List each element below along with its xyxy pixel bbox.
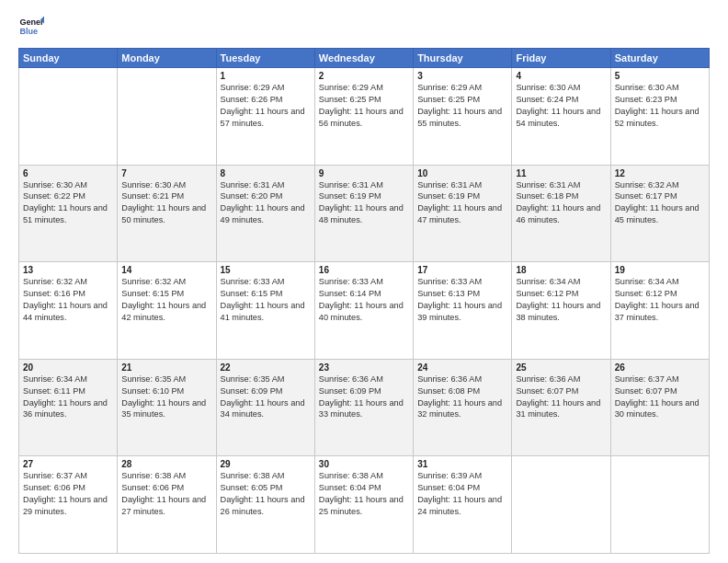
day-info: Sunrise: 6:35 AMSunset: 6:09 PMDaylight:… xyxy=(221,373,311,421)
day-cell: 19Sunrise: 6:34 AMSunset: 6:12 PMDayligh… xyxy=(610,262,709,360)
day-cell: 2Sunrise: 6:29 AMSunset: 6:25 PMDaylight… xyxy=(314,68,413,166)
week-row-4: 20Sunrise: 6:34 AMSunset: 6:11 PMDayligh… xyxy=(19,359,710,456)
day-info: Sunrise: 6:37 AMSunset: 6:06 PMDaylight:… xyxy=(23,470,113,518)
day-info: Sunrise: 6:33 AMSunset: 6:13 PMDaylight:… xyxy=(417,276,507,324)
day-cell: 21Sunrise: 6:35 AMSunset: 6:10 PMDayligh… xyxy=(118,359,216,456)
day-info: Sunrise: 6:34 AMSunset: 6:12 PMDaylight:… xyxy=(516,276,606,324)
day-number: 19 xyxy=(615,265,705,275)
day-info: Sunrise: 6:29 AMSunset: 6:25 PMDaylight:… xyxy=(319,82,409,130)
day-info: Sunrise: 6:30 AMSunset: 6:24 PMDaylight:… xyxy=(516,82,606,130)
day-cell: 13Sunrise: 6:32 AMSunset: 6:16 PMDayligh… xyxy=(19,262,118,360)
day-number: 9 xyxy=(319,168,409,178)
day-info: Sunrise: 6:38 AMSunset: 6:04 PMDaylight:… xyxy=(319,470,409,518)
day-number: 29 xyxy=(221,459,311,469)
day-cell: 7Sunrise: 6:30 AMSunset: 6:21 PMDaylight… xyxy=(118,165,216,262)
day-info: Sunrise: 6:34 AMSunset: 6:11 PMDaylight:… xyxy=(23,373,113,421)
day-cell: 11Sunrise: 6:31 AMSunset: 6:18 PMDayligh… xyxy=(512,165,610,262)
day-cell: 8Sunrise: 6:31 AMSunset: 6:20 PMDaylight… xyxy=(216,165,314,262)
day-cell: 4Sunrise: 6:30 AMSunset: 6:24 PMDaylight… xyxy=(512,68,610,166)
day-cell xyxy=(118,68,216,166)
header: General Blue xyxy=(18,15,710,40)
day-number: 3 xyxy=(417,71,507,81)
day-info: Sunrise: 6:34 AMSunset: 6:12 PMDaylight:… xyxy=(615,276,705,324)
day-cell: 10Sunrise: 6:31 AMSunset: 6:19 PMDayligh… xyxy=(414,165,512,262)
day-info: Sunrise: 6:32 AMSunset: 6:16 PMDaylight:… xyxy=(23,276,113,324)
day-cell: 14Sunrise: 6:32 AMSunset: 6:15 PMDayligh… xyxy=(118,262,216,360)
day-number: 10 xyxy=(417,168,507,178)
day-number: 4 xyxy=(516,71,606,81)
logo: General Blue xyxy=(18,15,44,40)
day-cell: 26Sunrise: 6:37 AMSunset: 6:07 PMDayligh… xyxy=(610,359,709,456)
day-number: 5 xyxy=(615,71,705,81)
day-cell: 15Sunrise: 6:33 AMSunset: 6:15 PMDayligh… xyxy=(216,262,314,360)
weekday-header-monday: Monday xyxy=(118,49,216,68)
day-cell: 23Sunrise: 6:36 AMSunset: 6:09 PMDayligh… xyxy=(314,359,413,456)
week-row-2: 6Sunrise: 6:30 AMSunset: 6:22 PMDaylight… xyxy=(19,165,710,262)
weekday-header-sunday: Sunday xyxy=(19,49,118,68)
day-cell xyxy=(512,456,610,554)
calendar-table: SundayMondayTuesdayWednesdayThursdayFrid… xyxy=(18,48,710,554)
day-info: Sunrise: 6:36 AMSunset: 6:08 PMDaylight:… xyxy=(417,373,507,421)
day-cell xyxy=(19,68,118,166)
day-cell: 30Sunrise: 6:38 AMSunset: 6:04 PMDayligh… xyxy=(314,456,413,554)
day-number: 22 xyxy=(221,362,311,373)
day-cell: 29Sunrise: 6:38 AMSunset: 6:05 PMDayligh… xyxy=(216,456,314,554)
week-row-5: 27Sunrise: 6:37 AMSunset: 6:06 PMDayligh… xyxy=(19,456,710,554)
day-cell: 24Sunrise: 6:36 AMSunset: 6:08 PMDayligh… xyxy=(414,359,512,456)
day-info: Sunrise: 6:31 AMSunset: 6:20 PMDaylight:… xyxy=(221,179,311,227)
day-cell: 18Sunrise: 6:34 AMSunset: 6:12 PMDayligh… xyxy=(512,262,610,360)
day-cell xyxy=(610,456,709,554)
day-number: 30 xyxy=(319,459,409,469)
day-number: 20 xyxy=(23,362,113,373)
day-info: Sunrise: 6:38 AMSunset: 6:06 PMDaylight:… xyxy=(121,470,211,518)
day-number: 23 xyxy=(319,362,409,373)
day-number: 13 xyxy=(23,265,113,275)
day-number: 17 xyxy=(417,265,507,275)
weekday-header-wednesday: Wednesday xyxy=(314,49,413,68)
day-number: 15 xyxy=(221,265,311,275)
page: General Blue SundayMondayTuesdayWednesda… xyxy=(0,0,728,563)
logo-icon: General Blue xyxy=(18,15,44,40)
day-cell: 16Sunrise: 6:33 AMSunset: 6:14 PMDayligh… xyxy=(314,262,413,360)
day-number: 24 xyxy=(417,362,507,373)
day-number: 2 xyxy=(319,71,409,81)
day-number: 1 xyxy=(221,71,311,81)
day-number: 31 xyxy=(417,459,507,469)
weekday-header-saturday: Saturday xyxy=(610,49,709,68)
day-number: 11 xyxy=(516,168,606,178)
day-number: 7 xyxy=(121,168,211,178)
weekday-header-thursday: Thursday xyxy=(414,49,512,68)
day-number: 16 xyxy=(319,265,409,275)
week-row-1: 1Sunrise: 6:29 AMSunset: 6:26 PMDaylight… xyxy=(19,68,710,166)
day-number: 27 xyxy=(23,459,113,469)
day-cell: 28Sunrise: 6:38 AMSunset: 6:06 PMDayligh… xyxy=(118,456,216,554)
day-cell: 5Sunrise: 6:30 AMSunset: 6:23 PMDaylight… xyxy=(610,68,709,166)
day-number: 21 xyxy=(121,362,211,373)
day-info: Sunrise: 6:35 AMSunset: 6:10 PMDaylight:… xyxy=(121,373,211,421)
day-info: Sunrise: 6:33 AMSunset: 6:15 PMDaylight:… xyxy=(221,276,311,324)
day-number: 6 xyxy=(23,168,113,178)
day-info: Sunrise: 6:30 AMSunset: 6:22 PMDaylight:… xyxy=(23,179,113,227)
day-cell: 25Sunrise: 6:36 AMSunset: 6:07 PMDayligh… xyxy=(512,359,610,456)
day-info: Sunrise: 6:29 AMSunset: 6:26 PMDaylight:… xyxy=(221,82,311,130)
day-cell: 9Sunrise: 6:31 AMSunset: 6:19 PMDaylight… xyxy=(314,165,413,262)
day-info: Sunrise: 6:30 AMSunset: 6:21 PMDaylight:… xyxy=(121,179,211,227)
day-info: Sunrise: 6:31 AMSunset: 6:19 PMDaylight:… xyxy=(417,179,507,227)
day-number: 8 xyxy=(221,168,311,178)
weekday-header-row: SundayMondayTuesdayWednesdayThursdayFrid… xyxy=(19,49,710,68)
day-info: Sunrise: 6:33 AMSunset: 6:14 PMDaylight:… xyxy=(319,276,409,324)
day-info: Sunrise: 6:32 AMSunset: 6:15 PMDaylight:… xyxy=(121,276,211,324)
day-number: 25 xyxy=(516,362,606,373)
day-cell: 31Sunrise: 6:39 AMSunset: 6:04 PMDayligh… xyxy=(414,456,512,554)
day-cell: 3Sunrise: 6:29 AMSunset: 6:25 PMDaylight… xyxy=(414,68,512,166)
day-info: Sunrise: 6:30 AMSunset: 6:23 PMDaylight:… xyxy=(615,82,705,130)
weekday-header-tuesday: Tuesday xyxy=(216,49,314,68)
day-info: Sunrise: 6:36 AMSunset: 6:07 PMDaylight:… xyxy=(516,373,606,421)
day-info: Sunrise: 6:32 AMSunset: 6:17 PMDaylight:… xyxy=(615,179,705,227)
day-cell: 27Sunrise: 6:37 AMSunset: 6:06 PMDayligh… xyxy=(19,456,118,554)
day-number: 26 xyxy=(615,362,705,373)
day-cell: 1Sunrise: 6:29 AMSunset: 6:26 PMDaylight… xyxy=(216,68,314,166)
svg-text:Blue: Blue xyxy=(19,27,38,36)
day-info: Sunrise: 6:38 AMSunset: 6:05 PMDaylight:… xyxy=(221,470,311,518)
day-cell: 12Sunrise: 6:32 AMSunset: 6:17 PMDayligh… xyxy=(610,165,709,262)
